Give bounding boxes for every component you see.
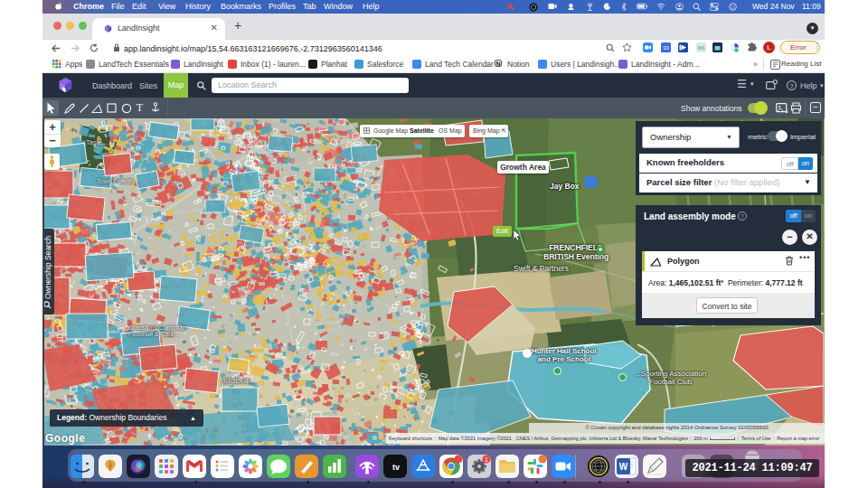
svg-text:1: 1	[485, 456, 488, 463]
svg-text:33: 33	[663, 45, 669, 51]
svg-text:W: W	[619, 462, 628, 472]
svg-text:tv: tv	[392, 463, 400, 472]
svg-text:MS: MS	[698, 45, 705, 51]
